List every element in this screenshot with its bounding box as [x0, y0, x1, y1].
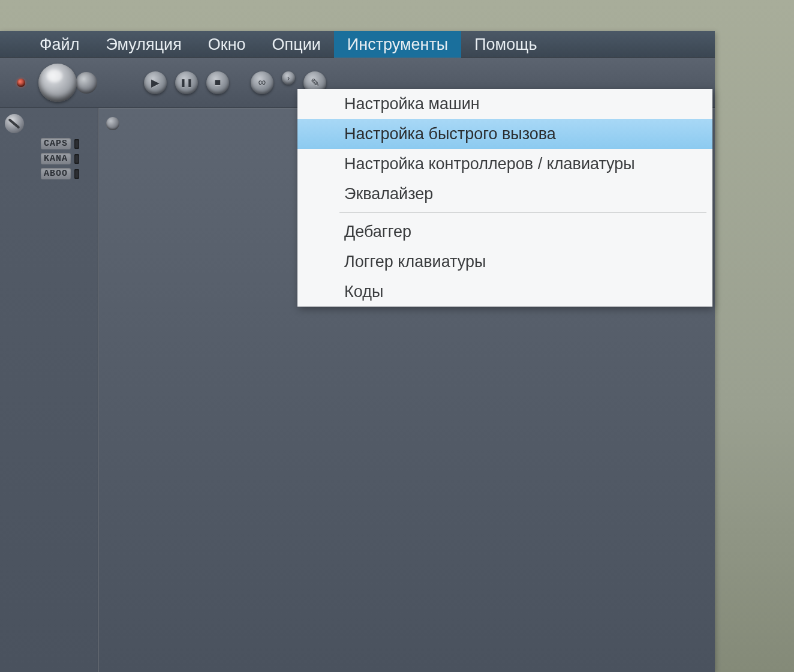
volume-knob[interactable] — [38, 64, 77, 102]
more-button[interactable]: › — [282, 71, 295, 85]
dd-equalizer[interactable]: Эквалайзер — [297, 179, 712, 209]
power-led-icon — [17, 79, 25, 87]
indicator-label: KANA — [41, 153, 71, 164]
menu-file[interactable]: Файл — [26, 31, 92, 58]
menu-emulation[interactable]: Эмуляция — [92, 31, 194, 58]
indicator-kana: KANA — [41, 153, 98, 164]
play-icon: ▶ — [151, 76, 160, 89]
stop-icon: ■ — [215, 76, 221, 89]
link-icon: ∞ — [258, 76, 266, 89]
side-panel: CAPS KANA ABOO — [0, 108, 98, 672]
instruments-dropdown: Настройка машин Настройка быстрого вызов… — [297, 89, 712, 307]
dd-machine-setup[interactable]: Настройка машин — [297, 89, 712, 119]
indicator-label: ABOO — [41, 168, 71, 179]
menu-help[interactable]: Помощь — [461, 31, 550, 58]
indicator-led-icon — [74, 154, 79, 164]
dropdown-separator — [339, 212, 706, 213]
play-button[interactable]: ▶ — [144, 71, 167, 94]
indicator-led-icon — [74, 139, 79, 149]
indicator-caps: CAPS — [41, 138, 98, 149]
playback-group: ▶ ❚❚ ■ — [144, 71, 229, 94]
dd-keyboard-logger[interactable]: Логгер клавиатуры — [297, 247, 712, 277]
refresh-icon[interactable] — [106, 117, 119, 130]
dd-codes[interactable]: Коды — [297, 277, 712, 307]
secondary-knob[interactable] — [76, 72, 97, 94]
dd-quick-call-setup[interactable]: Настройка быстрого вызова — [297, 119, 712, 149]
pause-icon: ❚❚ — [180, 78, 193, 87]
menu-options[interactable]: Опции — [259, 31, 334, 58]
pencil-icon: ✎ — [311, 76, 320, 89]
menu-instruments[interactable]: Инструменты — [334, 31, 461, 58]
screw-icon — [5, 114, 24, 133]
indicator-list: CAPS KANA ABOO — [41, 138, 98, 179]
link-button[interactable]: ∞ — [251, 71, 273, 94]
indicator-label: CAPS — [41, 138, 71, 149]
indicator-led-icon — [74, 169, 79, 179]
stop-button[interactable]: ■ — [206, 71, 229, 94]
app-window: Файл Эмуляция Окно Опции Инструменты Пом… — [0, 31, 715, 672]
menubar: Файл Эмуляция Окно Опции Инструменты Пом… — [0, 31, 715, 58]
menu-window[interactable]: Окно — [195, 31, 259, 58]
indicator-aboo: ABOO — [41, 168, 98, 179]
chevron-right-icon: › — [287, 73, 290, 83]
pause-button[interactable]: ❚❚ — [175, 71, 198, 94]
dd-debugger[interactable]: Дебаггер — [297, 217, 712, 247]
dd-controllers-keyboard[interactable]: Настройка контроллеров / клавиатуры — [297, 149, 712, 179]
